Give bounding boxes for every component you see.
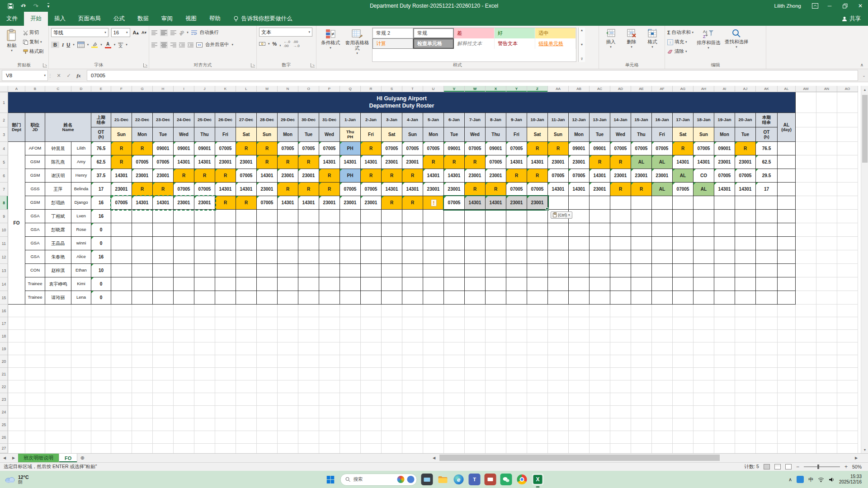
cell-style-好[interactable]: 好 [495,28,535,38]
shift-cell[interactable]: AL [652,183,673,196]
shift-cell[interactable] [465,291,486,305]
shift-cell[interactable] [714,277,735,291]
row-header-13[interactable]: 13 [0,264,8,277]
delete-cells-button[interactable]: 删除▾ [622,28,641,62]
shift-cell[interactable]: R [402,196,423,210]
shift-cell[interactable] [444,223,465,237]
row-header-4[interactable]: 4 [0,142,8,155]
shift-cell[interactable]: 14301 [735,183,756,196]
day-header-4-Jan[interactable]: Sun [402,127,423,142]
shift-cell[interactable] [278,223,298,237]
new-sheet-icon[interactable]: ⊕ [77,454,87,462]
shift-cell[interactable]: 14301 [693,155,714,169]
shift-cell[interactable] [215,223,236,237]
shift-cell[interactable] [382,277,402,291]
shift-cell[interactable]: 23001 [735,155,756,169]
day-header-20-Jan[interactable]: Tue [735,127,756,142]
cell-style-解释性文本[interactable]: 解释性文本 [454,38,495,49]
shift-cell[interactable] [319,223,340,237]
shift-cell[interactable] [590,250,610,264]
shift-cell[interactable]: 23001 [548,155,569,169]
shift-cell[interactable]: 14301 [714,183,735,196]
shift-cell[interactable] [111,237,132,250]
shift-cell[interactable] [590,210,610,223]
menu-tab-数据[interactable]: 数据 [131,12,155,26]
shift-cell[interactable]: 07005 [153,155,174,169]
shift-cell[interactable]: 07005 [174,183,194,196]
shift-cell[interactable] [693,264,714,277]
shift-cell[interactable] [735,277,756,291]
shift-cell[interactable]: 23001 [610,169,631,183]
shift-cell[interactable] [631,223,652,237]
shift-cell[interactable]: 23001 [194,196,215,210]
shift-cell[interactable]: 09001 [444,142,465,155]
italic-icon[interactable]: I [62,42,64,47]
shift-cell[interactable]: 07005 [215,142,236,155]
collapse-ribbon-icon[interactable]: ∧ [860,62,863,67]
shift-cell[interactable]: R [278,155,298,169]
shift-cell[interactable] [174,250,194,264]
row-header-21[interactable]: 21 [0,368,8,380]
shift-cell[interactable] [693,237,714,250]
minimize-button[interactable]: ─ [822,0,837,12]
shift-cell[interactable] [590,264,610,277]
al-cell[interactable] [778,264,796,277]
day-header-25-Dec[interactable]: Thu [194,127,215,142]
paste-button[interactable]: 粘贴▾ [2,28,21,62]
increase-indent-icon[interactable] [188,42,193,47]
shift-cell[interactable] [402,277,423,291]
font-color-icon[interactable]: A [105,42,111,48]
column-header-A[interactable]: A [8,86,25,92]
shift-cell[interactable] [423,250,444,264]
al-cell[interactable] [778,250,796,264]
al-cell[interactable] [778,183,796,196]
shift-cell[interactable] [319,277,340,291]
shift-cell[interactable] [714,237,735,250]
shift-cell[interactable] [236,210,257,223]
shift-cell[interactable]: 23001 [174,196,194,210]
shift-cell[interactable] [423,223,444,237]
shift-cell[interactable]: R [631,183,652,196]
row-header-24[interactable]: 24 [0,406,8,418]
shift-cell[interactable] [194,264,215,277]
shift-cell[interactable]: 14301 [111,169,132,183]
day-header-2-Jan[interactable]: Fri [361,127,382,142]
date-header-9-Jan[interactable]: 9-Jan [506,113,527,127]
header-name[interactable]: 姓名Name [45,113,91,142]
select-all-corner[interactable] [0,86,8,92]
column-header-AB[interactable]: AB [569,86,590,92]
shift-cell[interactable] [153,264,174,277]
cut-button[interactable]: 剪切 [23,28,44,37]
shift-cell[interactable] [735,210,756,223]
column-header-D[interactable]: D [71,86,91,92]
shift-cell[interactable] [465,250,486,264]
error-smart-tag-icon[interactable]: ! [431,199,437,206]
format-as-table-button[interactable]: 套用表格格式▾ [344,28,370,62]
shift-cell[interactable] [174,237,194,250]
date-header-28-Dec[interactable]: 28-Dec [257,113,278,127]
sheet-nav-right-icon[interactable]: ▶ [9,454,18,462]
shift-cell[interactable] [548,291,569,305]
name-en-cell[interactable]: Rose [71,223,91,237]
column-header-C[interactable]: C [45,86,71,92]
shift-cell[interactable] [298,210,319,223]
row-header-5[interactable]: 5 [0,155,8,169]
align-top-icon[interactable] [151,30,157,35]
shift-cell[interactable] [298,291,319,305]
merge-center-button[interactable]: 合并后居中 [205,42,229,48]
shift-cell[interactable]: 23001 [631,169,652,183]
accounting-format-icon[interactable] [259,41,265,47]
borders-icon[interactable] [77,42,85,48]
menu-tab-视图[interactable]: 视图 [179,12,203,26]
shift-cell[interactable]: R [111,155,132,169]
zoom-in-icon[interactable]: + [844,464,848,470]
shift-cell[interactable] [631,210,652,223]
name-cn-cell[interactable]: 赵梓淇 [45,264,71,277]
shift-cell[interactable] [423,291,444,305]
shift-cell[interactable]: 07005 [569,169,590,183]
date-header-20-Jan[interactable]: 20-Jan [735,113,756,127]
column-header-X[interactable]: X [486,86,506,92]
shift-cell[interactable] [382,264,402,277]
shift-cell[interactable] [735,223,756,237]
fill-button[interactable]: ↓填充▾ [667,38,693,46]
